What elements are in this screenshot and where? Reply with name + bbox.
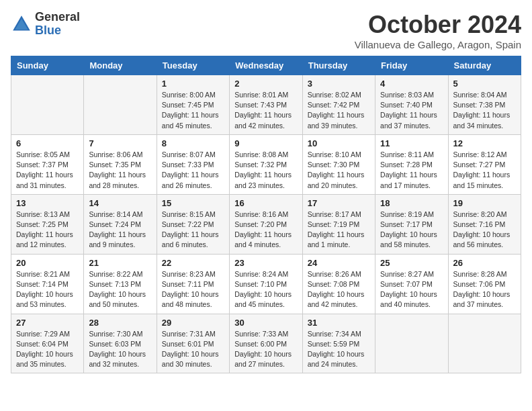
day-number: 25 bbox=[380, 258, 443, 268]
header-day-saturday: Saturday bbox=[448, 56, 521, 75]
day-cell bbox=[84, 75, 157, 135]
day-number: 13 bbox=[16, 198, 79, 208]
week-row-4: 20Sunrise: 8:21 AM Sunset: 7:14 PM Dayli… bbox=[11, 254, 521, 314]
day-number: 7 bbox=[89, 138, 151, 148]
day-info: Sunrise: 8:01 AM Sunset: 7:43 PM Dayligh… bbox=[234, 90, 297, 131]
day-number: 24 bbox=[308, 258, 370, 268]
day-number: 28 bbox=[89, 318, 151, 328]
logo-blue: Blue bbox=[35, 24, 61, 37]
header-day-wednesday: Wednesday bbox=[230, 56, 302, 75]
day-cell: 1Sunrise: 8:00 AM Sunset: 7:45 PM Daylig… bbox=[157, 75, 229, 135]
day-cell: 7Sunrise: 8:06 AM Sunset: 7:35 PM Daylig… bbox=[84, 134, 157, 194]
day-cell: 31Sunrise: 7:34 AM Sunset: 5:59 PM Dayli… bbox=[302, 314, 375, 373]
day-number: 16 bbox=[234, 198, 297, 208]
day-number: 5 bbox=[453, 79, 516, 89]
day-number: 15 bbox=[162, 198, 224, 208]
day-cell: 3Sunrise: 8:02 AM Sunset: 7:42 PM Daylig… bbox=[302, 75, 375, 135]
day-cell bbox=[11, 75, 84, 135]
day-info: Sunrise: 8:11 AM Sunset: 7:28 PM Dayligh… bbox=[380, 150, 443, 191]
day-info: Sunrise: 8:10 AM Sunset: 7:30 PM Dayligh… bbox=[308, 150, 370, 191]
day-cell: 21Sunrise: 8:22 AM Sunset: 7:13 PM Dayli… bbox=[84, 254, 157, 314]
day-number: 2 bbox=[234, 79, 297, 89]
day-cell: 22Sunrise: 8:23 AM Sunset: 7:11 PM Dayli… bbox=[157, 254, 229, 314]
calendar-table: SundayMondayTuesdayWednesdayThursdayFrid… bbox=[11, 56, 521, 373]
day-number: 8 bbox=[162, 138, 224, 148]
day-cell: 13Sunrise: 8:13 AM Sunset: 7:25 PM Dayli… bbox=[11, 194, 84, 254]
day-number: 31 bbox=[308, 318, 370, 328]
day-number: 14 bbox=[89, 198, 151, 208]
day-cell: 16Sunrise: 8:16 AM Sunset: 7:20 PM Dayli… bbox=[230, 194, 302, 254]
day-cell: 8Sunrise: 8:07 AM Sunset: 7:33 PM Daylig… bbox=[157, 134, 229, 194]
calendar-header: SundayMondayTuesdayWednesdayThursdayFrid… bbox=[11, 56, 521, 75]
calendar-body: 1Sunrise: 8:00 AM Sunset: 7:45 PM Daylig… bbox=[11, 75, 521, 373]
day-info: Sunrise: 8:28 AM Sunset: 7:06 PM Dayligh… bbox=[453, 269, 516, 310]
day-info: Sunrise: 8:23 AM Sunset: 7:11 PM Dayligh… bbox=[162, 269, 224, 310]
header-day-friday: Friday bbox=[375, 56, 448, 75]
day-number: 20 bbox=[16, 258, 79, 268]
day-info: Sunrise: 7:31 AM Sunset: 6:01 PM Dayligh… bbox=[162, 329, 224, 370]
day-info: Sunrise: 8:00 AM Sunset: 7:45 PM Dayligh… bbox=[162, 90, 224, 131]
day-cell: 27Sunrise: 7:29 AM Sunset: 6:04 PM Dayli… bbox=[11, 314, 84, 373]
day-cell: 30Sunrise: 7:33 AM Sunset: 6:00 PM Dayli… bbox=[230, 314, 302, 373]
day-number: 23 bbox=[234, 258, 297, 268]
day-cell: 15Sunrise: 8:15 AM Sunset: 7:22 PM Dayli… bbox=[157, 194, 229, 254]
day-cell bbox=[448, 314, 521, 373]
day-number: 21 bbox=[89, 258, 151, 268]
day-info: Sunrise: 8:22 AM Sunset: 7:13 PM Dayligh… bbox=[89, 269, 151, 310]
day-info: Sunrise: 8:07 AM Sunset: 7:33 PM Dayligh… bbox=[162, 150, 224, 191]
day-number: 26 bbox=[453, 258, 516, 268]
day-info: Sunrise: 8:17 AM Sunset: 7:19 PM Dayligh… bbox=[308, 210, 370, 250]
header-row: SundayMondayTuesdayWednesdayThursdayFrid… bbox=[11, 56, 521, 75]
day-number: 9 bbox=[234, 138, 297, 148]
day-cell bbox=[375, 314, 448, 373]
day-info: Sunrise: 8:27 AM Sunset: 7:07 PM Dayligh… bbox=[380, 269, 443, 310]
day-number: 29 bbox=[162, 318, 224, 328]
location: Villanueva de Gallego, Aragon, Spain bbox=[355, 39, 521, 50]
week-row-1: 1Sunrise: 8:00 AM Sunset: 7:45 PM Daylig… bbox=[11, 75, 521, 135]
day-info: Sunrise: 8:20 AM Sunset: 7:16 PM Dayligh… bbox=[453, 210, 516, 250]
day-number: 1 bbox=[162, 79, 224, 89]
day-cell: 26Sunrise: 8:28 AM Sunset: 7:06 PM Dayli… bbox=[448, 254, 521, 314]
header-day-monday: Monday bbox=[84, 56, 157, 75]
day-cell: 20Sunrise: 8:21 AM Sunset: 7:14 PM Dayli… bbox=[11, 254, 84, 314]
logo: General Blue bbox=[11, 11, 80, 38]
day-info: Sunrise: 8:12 AM Sunset: 7:27 PM Dayligh… bbox=[453, 150, 516, 191]
day-cell: 6Sunrise: 8:05 AM Sunset: 7:37 PM Daylig… bbox=[11, 134, 84, 194]
day-info: Sunrise: 8:19 AM Sunset: 7:17 PM Dayligh… bbox=[380, 210, 443, 250]
day-cell: 10Sunrise: 8:10 AM Sunset: 7:30 PM Dayli… bbox=[302, 134, 375, 194]
day-info: Sunrise: 8:06 AM Sunset: 7:35 PM Dayligh… bbox=[89, 150, 151, 191]
day-cell: 2Sunrise: 8:01 AM Sunset: 7:43 PM Daylig… bbox=[230, 75, 302, 135]
day-number: 18 bbox=[380, 198, 443, 208]
day-info: Sunrise: 8:05 AM Sunset: 7:37 PM Dayligh… bbox=[16, 150, 79, 191]
day-number: 3 bbox=[308, 79, 370, 89]
day-cell: 25Sunrise: 8:27 AM Sunset: 7:07 PM Dayli… bbox=[375, 254, 448, 314]
day-cell: 28Sunrise: 7:30 AM Sunset: 6:03 PM Dayli… bbox=[84, 314, 157, 373]
day-number: 30 bbox=[234, 318, 297, 328]
day-number: 10 bbox=[308, 138, 370, 148]
page-header: General Blue October 2024 Villanueva de … bbox=[11, 11, 521, 50]
week-row-3: 13Sunrise: 8:13 AM Sunset: 7:25 PM Dayli… bbox=[11, 194, 521, 254]
day-info: Sunrise: 7:29 AM Sunset: 6:04 PM Dayligh… bbox=[16, 329, 79, 370]
title-block: October 2024 Villanueva de Gallego, Arag… bbox=[355, 11, 521, 50]
week-row-5: 27Sunrise: 7:29 AM Sunset: 6:04 PM Dayli… bbox=[11, 314, 521, 373]
day-cell: 5Sunrise: 8:04 AM Sunset: 7:38 PM Daylig… bbox=[448, 75, 521, 135]
day-info: Sunrise: 8:02 AM Sunset: 7:42 PM Dayligh… bbox=[308, 90, 370, 131]
day-number: 27 bbox=[16, 318, 79, 328]
day-cell: 4Sunrise: 8:03 AM Sunset: 7:40 PM Daylig… bbox=[375, 75, 448, 135]
day-info: Sunrise: 8:16 AM Sunset: 7:20 PM Dayligh… bbox=[234, 210, 297, 250]
day-number: 17 bbox=[308, 198, 370, 208]
header-day-tuesday: Tuesday bbox=[157, 56, 229, 75]
logo-text: General Blue bbox=[35, 11, 80, 38]
day-number: 11 bbox=[380, 138, 443, 148]
day-info: Sunrise: 8:15 AM Sunset: 7:22 PM Dayligh… bbox=[162, 210, 224, 250]
day-info: Sunrise: 8:24 AM Sunset: 7:10 PM Dayligh… bbox=[234, 269, 297, 310]
day-info: Sunrise: 8:26 AM Sunset: 7:08 PM Dayligh… bbox=[308, 269, 370, 310]
day-cell: 9Sunrise: 8:08 AM Sunset: 7:32 PM Daylig… bbox=[230, 134, 302, 194]
day-info: Sunrise: 8:04 AM Sunset: 7:38 PM Dayligh… bbox=[453, 90, 516, 131]
day-cell: 11Sunrise: 8:11 AM Sunset: 7:28 PM Dayli… bbox=[375, 134, 448, 194]
day-info: Sunrise: 7:30 AM Sunset: 6:03 PM Dayligh… bbox=[89, 329, 151, 370]
day-cell: 12Sunrise: 8:12 AM Sunset: 7:27 PM Dayli… bbox=[448, 134, 521, 194]
day-info: Sunrise: 8:14 AM Sunset: 7:24 PM Dayligh… bbox=[89, 210, 151, 250]
day-cell: 19Sunrise: 8:20 AM Sunset: 7:16 PM Dayli… bbox=[448, 194, 521, 254]
day-cell: 17Sunrise: 8:17 AM Sunset: 7:19 PM Dayli… bbox=[302, 194, 375, 254]
